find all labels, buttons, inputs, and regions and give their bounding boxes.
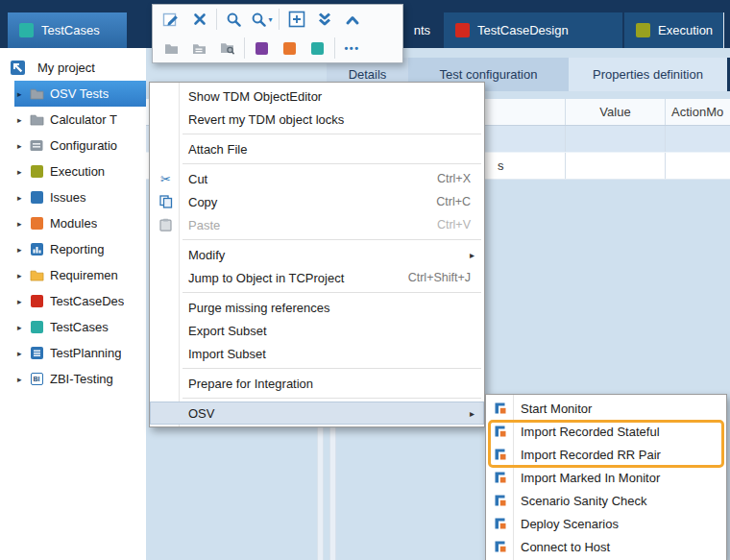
tab-execution[interactable]: Execution [624,12,723,48]
folder-icon [29,112,44,127]
modules-icon [29,216,44,231]
menu-item-purge-missing-references[interactable]: Purge missing references [150,296,484,319]
expander-icon[interactable]: ▸ [17,245,27,255]
osv-icon [491,517,509,530]
toolbar-purple-category-button[interactable] [248,36,276,61]
toolbar-teal-category-button[interactable] [304,36,331,61]
expander-icon[interactable]: ▸ [17,115,27,125]
plus-box-icon [288,11,305,28]
tab-label: Execution [658,23,713,37]
toolbar-separator [279,9,280,30]
scrollbar-track[interactable] [329,420,336,560]
expander-icon[interactable]: ▸ [17,141,27,151]
application-window: TestCases nts TestCaseDesign Execution M… [0,0,730,560]
expander-icon[interactable]: ▸ [17,193,27,203]
tree-item-testcases[interactable]: ▸ TestCases [0,314,146,340]
x-icon [192,12,207,27]
toolbar-search-options-button[interactable]: ▾ [248,7,276,32]
menu-separator [182,368,481,369]
floating-toolbar: ▾ [152,4,403,63]
tree-item-testcasedesign[interactable]: ▸ TestCaseDes [0,288,146,314]
tree-item-testplanning[interactable]: ▸ TestPlanning [0,340,146,366]
toolbar-separator [216,9,217,30]
submenu-item-import-marked-in-monitor[interactable]: Import Marked In Monitor [486,466,726,489]
chevron-up-icon [345,13,360,26]
menu-item-show-tdm-objecteditor[interactable]: Show TDM ObjectEditor [150,85,484,108]
submenu-item-start-monitor[interactable]: Start Monitor [486,397,726,420]
expander-icon[interactable]: ▸ [17,349,27,358]
toolbar-expand-button[interactable] [338,7,366,32]
double-chevron-down-icon [317,12,332,27]
tree-item-execution[interactable]: ▸ Execution [0,158,146,184]
toolbar-separator [244,37,245,59]
menu-item-export-subset[interactable]: Export Subset [150,319,484,342]
ellipsis-icon: ••• [344,42,359,54]
toolbar-orange-category-button[interactable] [276,36,304,61]
toolbar-edit-button[interactable] [158,7,185,32]
tab-label: nts [414,23,430,37]
issues-icon [29,190,44,205]
toolbar-folder-search-button[interactable] [213,36,241,61]
tree-item-reporting[interactable]: ▸ Reporting [0,236,146,262]
tab-label: TestCases [41,23,100,37]
toolbar-search-button[interactable] [220,7,248,32]
toolbar-more-options-button[interactable]: ••• [338,36,366,61]
osv-icon [491,402,509,415]
osv-icon [491,540,509,553]
submenu-item-connect-to-host[interactable]: Connect to Host [486,535,726,558]
subtab-properties-definition[interactable]: Properties definition [569,58,727,91]
menu-item-modify[interactable]: Modify ▸ [150,243,484,266]
tab-testcases[interactable]: TestCases [8,12,127,48]
menu-item-copy[interactable]: Copy Ctrl+C [150,190,484,213]
tree-item-zbi-testing[interactable]: ▸ BI ZBI-Testing [0,366,146,392]
menu-item-prepare-for-integration[interactable]: Prepare for Integration [150,372,484,395]
tree-item-calculator[interactable]: ▸ Calculator T [0,107,146,133]
toolbar-delete-button[interactable] [185,7,213,32]
expander-icon[interactable]: ▸ [17,323,27,332]
menu-item-import-subset[interactable]: Import Subset [150,342,484,365]
tree-item-configuration[interactable]: ▸ Configuratio [0,133,146,158]
testcases-tab-icon [19,23,34,37]
toolbar-folder-button[interactable] [158,36,185,61]
folder-icon [164,42,179,55]
column-header-actionmode[interactable]: ActionMo [665,99,730,125]
submenu-item-import-recorded-rr-pair[interactable]: Import Recorded RR Pair [486,443,726,466]
tab-label: TestCaseDesign [477,23,569,37]
menu-item-cut[interactable]: ✂ Cut Ctrl+X [150,167,484,190]
submenu-item-import-recorded-stateful[interactable]: Import Recorded Stateful [486,420,726,443]
submenu-item-scenario-sanity-check[interactable]: Scenario Sanity Check [486,489,726,512]
expander-icon[interactable]: ▸ [17,89,27,99]
tab-separator [723,12,724,48]
folder-icon [29,268,44,282]
expander-icon[interactable]: ▸ [17,219,27,229]
tree-root-my-project[interactable]: My project [0,55,146,81]
menu-separator [182,239,481,240]
expander-icon[interactable]: ▸ [17,271,27,280]
expander-icon[interactable]: ▸ [17,375,27,384]
tree-item-issues[interactable]: ▸ Issues [0,184,146,210]
expander-icon[interactable]: ▸ [17,167,27,177]
menu-item-osv[interactable]: OSV ▸ [150,402,484,425]
toolbar-add-button[interactable] [282,7,310,32]
folder-hierarchy-icon [192,42,207,55]
execution-icon [29,164,44,179]
tab-testcasedesign[interactable]: TestCaseDesign [444,12,622,48]
partial-cell-text: s [498,153,504,180]
expander-icon[interactable]: ▸ [17,297,27,306]
toolbar-folder-hierarchy-button[interactable] [185,36,213,61]
menu-item-attach-file[interactable]: Attach File [150,137,484,160]
pane-splitter[interactable] [317,420,324,560]
submenu-item-deploy-scenarios[interactable]: Deploy Scenarios [486,512,726,535]
configuration-icon [29,138,44,153]
osv-submenu: Start Monitor Import Recorded Stateful I… [485,394,727,560]
shortcut-label: Ctrl+V [437,218,476,231]
paste-icon [156,218,176,231]
column-header-value[interactable]: Value [565,99,665,125]
menu-item-revert-tdm-object-locks[interactable]: Revert my TDM object locks [150,108,484,131]
tree-item-modules[interactable]: ▸ Modules [0,210,146,236]
menu-item-jump-to-object-in-tcproject[interactable]: Jump to Object in TCProject Ctrl+Shift+J [150,266,484,289]
toolbar-collapse-all-button[interactable] [310,7,338,32]
tree-item-requirements[interactable]: ▸ Requiremen [0,262,146,288]
tree-item-osv-tests[interactable]: ▸ OSV Tests [14,81,146,107]
menu-item-paste[interactable]: Paste Ctrl+V [150,213,484,236]
